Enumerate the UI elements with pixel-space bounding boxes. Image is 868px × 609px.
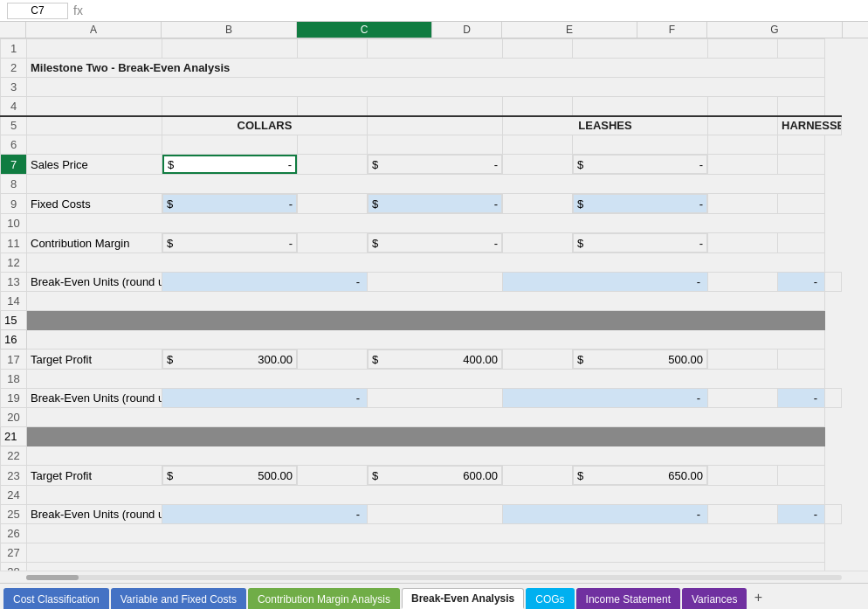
col-header-a[interactable]: A (26, 22, 162, 38)
cell-g7[interactable]: $ - (573, 155, 707, 174)
cell-b6[interactable] (27, 135, 162, 155)
cell-c23[interactable]: $ 500.00 (162, 466, 297, 485)
scroll-bar[interactable] (0, 571, 868, 583)
cell-i6[interactable] (778, 135, 825, 155)
cell-b18[interactable] (27, 370, 825, 389)
cell-f19[interactable] (708, 389, 778, 408)
cell-b3[interactable] (27, 78, 825, 97)
cell-g1[interactable] (573, 39, 708, 59)
tab-income-statement[interactable]: Income Statement (576, 588, 680, 609)
cell-d25[interactable] (368, 505, 503, 524)
cell-c13[interactable]: - (162, 273, 368, 292)
cell-d11[interactable] (298, 233, 368, 253)
cell-d6[interactable] (298, 135, 368, 155)
cell-g6[interactable] (573, 135, 708, 155)
cell-g19[interactable]: - (778, 389, 825, 408)
cell-h7[interactable] (708, 155, 778, 175)
cell-e23[interactable]: $ 600.00 (368, 466, 502, 485)
cell-h6[interactable] (708, 135, 778, 155)
cell-f6[interactable] (503, 135, 573, 155)
cell-i25[interactable] (825, 505, 842, 524)
col-header-b[interactable]: B (162, 22, 297, 38)
cell-b8[interactable] (27, 175, 825, 194)
cell-b16[interactable] (27, 330, 825, 349)
col-header-g[interactable]: G (707, 22, 843, 38)
cell-c17[interactable]: $ 300.00 (162, 349, 297, 369)
cell-f25[interactable] (708, 505, 778, 524)
cell-i4[interactable] (778, 97, 825, 116)
cell-b12[interactable] (27, 253, 825, 273)
cell-b26[interactable] (27, 524, 825, 543)
cell-b24[interactable] (27, 486, 825, 505)
cell-b28[interactable] (27, 563, 825, 571)
cell-h23[interactable] (708, 466, 778, 486)
cell-f13[interactable] (708, 273, 778, 292)
cell-b27[interactable] (27, 543, 825, 563)
tab-contribution-margin-analysis[interactable]: Contribution Margin Analysis (248, 588, 400, 609)
cell-g9[interactable]: $ - (573, 194, 707, 213)
cell-d23[interactable] (298, 466, 368, 486)
cell-f4[interactable] (503, 97, 573, 116)
cell-c19[interactable]: - (162, 389, 368, 408)
cell-e17[interactable]: $ 400.00 (368, 349, 502, 369)
cell-f9[interactable] (503, 194, 573, 214)
cell-i23[interactable] (778, 466, 825, 486)
cell-c7[interactable]: $ - (162, 155, 297, 174)
tab-break-even-analysis[interactable]: Break-Even Analysis (402, 588, 524, 609)
cell-i13[interactable] (825, 273, 842, 292)
cell-f23[interactable] (503, 466, 573, 486)
tab-variable-fixed-costs[interactable]: Variable and Fixed Costs (111, 588, 246, 609)
cell-d19[interactable] (368, 389, 503, 408)
cell-d1[interactable] (298, 39, 368, 59)
cell-f7[interactable] (503, 155, 573, 175)
cell-b4[interactable] (27, 97, 162, 116)
add-sheet-button[interactable]: + (748, 588, 768, 607)
cell-e6[interactable] (368, 135, 503, 155)
cell-c9[interactable]: $ - (162, 194, 297, 213)
cell-f17[interactable] (503, 349, 573, 370)
cell-d9[interactable] (298, 194, 368, 214)
cell-g13[interactable]: - (778, 273, 825, 292)
cell-g11[interactable]: $ - (573, 233, 707, 253)
cell-d17[interactable] (298, 349, 368, 370)
cell-e4[interactable] (368, 97, 503, 116)
cell-g4[interactable] (573, 97, 708, 116)
tab-cost-classification[interactable]: Cost Classification (3, 588, 109, 609)
col-header-d[interactable]: D (432, 22, 502, 38)
cell-i19[interactable] (825, 389, 842, 408)
cell-g25[interactable]: - (778, 505, 825, 524)
cell-h1[interactable] (708, 39, 778, 59)
cell-b10[interactable] (27, 214, 825, 233)
cell-e19[interactable]: - (503, 389, 708, 408)
cell-h4[interactable] (708, 97, 778, 116)
col-header-f[interactable]: F (637, 22, 707, 38)
cell-f11[interactable] (503, 233, 573, 253)
cell-i7[interactable] (778, 155, 825, 175)
cell-e13[interactable]: - (503, 273, 708, 292)
cell-c25[interactable]: - (162, 505, 368, 524)
cell-d7[interactable] (298, 155, 368, 175)
cell-e9[interactable]: $ - (368, 194, 502, 213)
cell-e1[interactable] (368, 39, 503, 59)
cell-e25[interactable]: - (503, 505, 708, 524)
cell-c4[interactable] (162, 97, 298, 116)
tab-variances[interactable]: Variances (682, 588, 747, 609)
cell-g17[interactable]: $ 500.00 (573, 349, 707, 369)
col-header-h[interactable]: H (843, 22, 868, 38)
cell-f5[interactable] (708, 116, 778, 135)
cell-b22[interactable] (27, 446, 825, 466)
cell-f1[interactable] (503, 39, 573, 59)
tab-cogs[interactable]: COGs (526, 588, 574, 609)
col-header-c[interactable]: C (297, 22, 432, 38)
cell-c6[interactable] (162, 135, 298, 155)
scroll-thumb[interactable] (26, 575, 79, 580)
cell-b1[interactable] (27, 39, 162, 59)
cell-e11[interactable]: $ - (368, 233, 502, 253)
cell-h9[interactable] (708, 194, 778, 214)
cell-h11[interactable] (708, 233, 778, 253)
cell-b5[interactable] (27, 116, 162, 135)
name-box[interactable] (7, 3, 68, 19)
cell-g23[interactable]: $ 650.00 (573, 466, 707, 485)
cell-c11[interactable]: $ - (162, 233, 297, 253)
cell-b20[interactable] (27, 408, 825, 427)
